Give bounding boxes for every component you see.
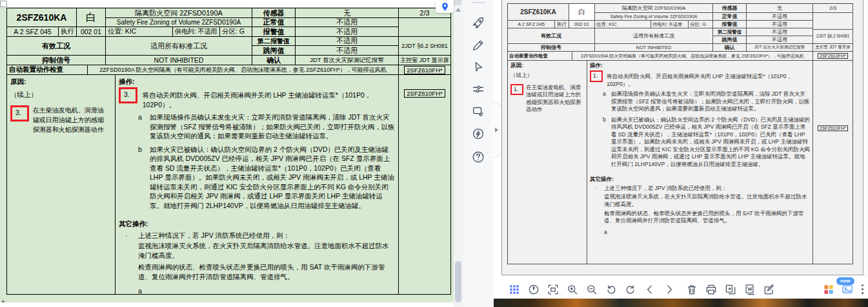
pdf-cell-sensor-label: 传感器 [713, 4, 747, 13]
rocket-icon[interactable] [469, 14, 487, 32]
cursor-icon[interactable] [469, 58, 487, 76]
apps-grid-icon[interactable] [821, 282, 836, 297]
pdf-other-p1: 监视泡沫喷淋灭火系统，在火灾扑灭后隔离消防给水管道。注意地面积水不超过防水淹门槛… [604, 193, 810, 208]
pdf-other-p2: 检查雨淋阀的状态、检查喷头状态并更换已用的喷头，用 SAT 吹干雨淋阀的下游管道… [604, 210, 810, 225]
inspiration-icon[interactable] [469, 125, 487, 143]
cell-title-en: Safety Fire Zoning of Volume 2ZFSD0190A [106, 18, 252, 27]
pdf-ref-box-tag: 2SFZ610FH* [818, 53, 848, 59]
fit-screen-icon[interactable] [545, 282, 561, 297]
cell-ref-box: 2SFZ610FH* [399, 65, 451, 75]
pdf-cell-exec-label: 执行 [555, 21, 569, 28]
pdf-cell-alarm-value: 不适用 [747, 21, 813, 28]
pdf-continued-note: （续上） [510, 72, 584, 79]
next-page-icon[interactable] [661, 282, 677, 297]
pdf-cell-alarm-label: 报警值 [713, 21, 747, 28]
split-document-app: { "shared": { "header": { "tag": "2SFZ61… [0, 0, 868, 307]
cell-auto-check-value: 2ZFSD0190A 防火空间隔离（有可能关闭相关防火阀、启动泡沫喷淋系统，参见… [88, 65, 399, 75]
action-item-number-annotated: 3. [119, 87, 137, 103]
pdf-cell-status: 白 [569, 4, 595, 21]
cell-second-alarm-label: 第二报警值 [252, 37, 296, 46]
sheet-corner-handle[interactable] [0, 1, 7, 7]
pdf-cell-sensor-value: 无 [747, 4, 813, 13]
sheet-plus-mark: + [1, 298, 5, 305]
collapse-handle[interactable] [492, 102, 502, 158]
pdf-cell-normal-value: 不适用 [747, 13, 813, 21]
pdf-cell-exec-no: 002 01 [569, 21, 595, 28]
bullet: · [125, 231, 138, 240]
capture-icon[interactable] [469, 102, 487, 120]
pdf-cell-ref: 2JDT §6.2 SH081 [813, 28, 853, 44]
cell-exec-label: 执行 [59, 27, 77, 37]
cell-power-train: 供电列: 不适用 [173, 27, 220, 37]
pdf-bullet: · [595, 185, 604, 192]
action-column: 操作: 3. 将自动关闭防火阀、开启相关雨淋阀并关闭 LHP 主储油罐转运泵*（… [116, 75, 399, 295]
pdf-cell-power-train: 供电列: 不适用 [651, 21, 689, 28]
cell-ack-value: JDT 首次火灾探测记忆报警 [296, 56, 399, 65]
cell-blank [399, 18, 451, 37]
delete-icon[interactable] [684, 282, 700, 297]
edit-icon[interactable] [762, 282, 777, 297]
other-intro: 上述三种情况下，若 JPV 消防系统已经使用，则： [138, 231, 395, 240]
cell-alarm-value: 不适用 [296, 27, 399, 37]
prev-page-icon[interactable] [642, 282, 658, 297]
reason-item-number-annotated: 3. [10, 105, 29, 122]
left-scrollbar[interactable] [454, 0, 463, 307]
pdf-cell-second-alarm-label: 第二报警值 [713, 28, 747, 36]
continued-note: （续上） [10, 90, 112, 100]
adjust-sliders-icon[interactable] [469, 80, 487, 98]
pdf-item-b-label: b [603, 116, 611, 123]
pdf-reason-item-number-annotated: 1. [510, 84, 523, 95]
pdf-cell-tag: 2SFZ610KA [508, 4, 569, 21]
help-icon[interactable] [469, 148, 487, 166]
pdf-reason-label: 原因: [510, 62, 584, 69]
pdf-cell-auto-check-value: 2ZFSD0190A 防火空间隔离（有可能关闭相关防火阀、启动泡沫喷淋系统，参见… [572, 52, 813, 61]
cell-alarm-label: 报警值 [252, 27, 296, 37]
pdf-cell-doc-no: A 2 SFZ 045 [508, 21, 555, 28]
pen-icon[interactable] [469, 36, 487, 54]
pdf-cell-page-no: 2/3 [813, 4, 853, 13]
pdf-item-b-text: 如果火灾已被确认：确认防火空间边界的 2 个防火阀（DVD）已关闭及主储油罐的排… [611, 116, 810, 168]
scrollbar-thumb[interactable] [455, 261, 461, 302]
cell-location: 位置: KIC [106, 27, 173, 37]
export-pdf-icon[interactable] [723, 282, 738, 297]
pdf-item-a-text: 如果现场操作员确认未发生火灾：立即关闭消防管道隔离阀，清除 JDT 首次火灾探测… [611, 90, 810, 112]
more-options-icon[interactable] [862, 284, 864, 294]
cell-ref: 2JDT §6.2 SH081 [399, 37, 451, 56]
pdf-action-item-number-annotated: 1. [590, 70, 603, 81]
ref-box-tag: 2SFZ610FH* [404, 66, 445, 74]
cell-title-zh: 隔离防火空间 2ZFSD0190A [106, 8, 252, 18]
pdf-cell-ref-box: 2SFZ610FH* [813, 52, 853, 61]
pdf-cell-title-zh: 隔离防火空间 2ZFSD0190A [595, 4, 713, 13]
print-icon[interactable] [703, 282, 719, 297]
pdf-action-column: 操作: 1. 将自动关闭防火阀、开启相关雨淋阀并关闭 LHP 主储油罐转运泵*（… [587, 61, 813, 264]
export-word-icon[interactable] [742, 282, 758, 297]
other-p1: 监视泡沫喷淋灭火系统，在火灾扑灭后隔离消防给水管道。注意地面积水不超过防水淹门槛… [138, 241, 395, 260]
zoom-out-icon[interactable] [584, 282, 600, 297]
grid-view-icon[interactable] [507, 282, 522, 297]
scroll-up-arrow[interactable] [456, 8, 461, 12]
pdf-viewer-pane: 2SFZ610KA 白 隔离防火空间 2ZFSD0190A Safety Fir… [494, 0, 868, 307]
trailing-a: a [138, 286, 395, 295]
pdf-cell-inhibit-label: 抑制信号 [508, 44, 595, 52]
cell-sensor-label: 传感器 [252, 8, 296, 18]
cell-auto-check-label: 自动装置动作检查 [7, 65, 88, 75]
location-pin-icon [440, 1, 450, 12]
side-ref-box: 2SFZ610FH* [404, 89, 445, 98]
cell-sensor-value: 无 [296, 8, 399, 18]
pdf-cell-trip-label: 跳闸值 [713, 36, 747, 44]
reason-column: 原因: （续上） 3. 在主柴油发电机、润滑油罐或日用油罐上方的感烟探测器和火焰… [7, 75, 116, 295]
pdf-right-gutter [864, 0, 868, 278]
pdf-action-label: 操作: [590, 62, 810, 69]
rotate-left-icon[interactable] [603, 282, 619, 297]
pdf-cell-normal-label: 正常值 [713, 13, 747, 21]
pdf-cell-ack-value: JDT 首次火灾探测记忆报警 [747, 44, 813, 52]
pdf-cell-zone: 分区: G [689, 21, 713, 28]
annotation-toolbar [463, 0, 494, 307]
auto-scroll-icon[interactable] [526, 282, 541, 297]
cell-zone: 分区: G [220, 27, 252, 37]
rotate-right-icon[interactable] [623, 282, 638, 297]
new-badge: new [836, 277, 854, 285]
pdf-cell-auto-check-label: 自动装置动作检查 [508, 52, 572, 61]
location-pin-widget[interactable] [436, 0, 454, 13]
zoom-in-icon[interactable] [565, 282, 580, 297]
